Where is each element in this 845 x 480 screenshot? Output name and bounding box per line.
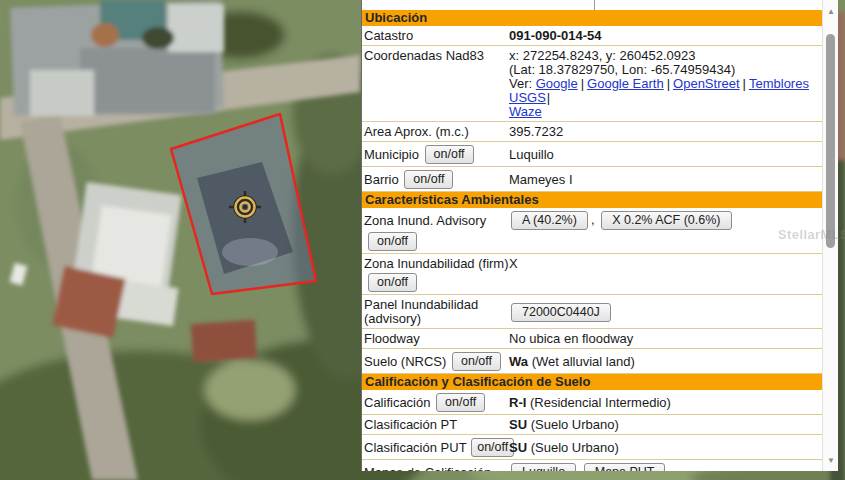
coordenadas-label: Coordenadas Nad83 <box>362 47 509 64</box>
openstreet-link[interactable]: OpenStreet <box>673 76 740 91</box>
municipio-toggle-button[interactable]: on/off <box>425 145 474 164</box>
barrio-value: Mameyes I <box>509 171 822 188</box>
municipio-value: Luquillo <box>509 146 822 163</box>
section-header-ubicacion: Ubicación <box>362 10 822 26</box>
gis-property-viewer: Ubicación Catastro 091-090-014-54 Coorde… <box>0 0 845 480</box>
flood-zone-a-button[interactable]: A (40.2%) <box>511 211 588 230</box>
property-info-panel: Ubicación Catastro 091-090-014-54 Coorde… <box>361 0 838 471</box>
comma-separator: , <box>591 212 595 227</box>
suelo-value: Wa (Wet alluvial land) <box>509 353 822 370</box>
google-earth-link[interactable]: Google Earth <box>587 76 664 91</box>
row-coordenadas: Coordenadas Nad83 x: 272254.8243, y: 260… <box>362 46 822 122</box>
area-label: Area Aprox. (m.c.) <box>362 123 509 140</box>
scroll-up-icon[interactable]: ▲ <box>823 5 838 19</box>
row-panel-inundabilidad: Panel Inundabilidad (advisory) 72000C044… <box>362 295 822 329</box>
link-separator: | <box>581 76 584 91</box>
catastro-value: 091-090-014-54 <box>509 27 822 44</box>
municipio-label-text: Municipio <box>364 147 419 162</box>
link-separator: | <box>667 76 670 91</box>
clasificacion-put-label-text: Clasificación PUT <box>364 440 467 455</box>
row-mapas-calificacion: Mapas de Calificación Luquillo Mapa PUT <box>362 460 822 471</box>
mapas-value: Luquillo Mapa PUT <box>509 461 822 471</box>
row-zona-inundabilidad-firm: Zona Inundabilidad (firm) X on/off <box>362 254 822 295</box>
row-clasificacion-put: Clasificación PUT on/off SU (Suelo Urban… <box>362 435 822 460</box>
section-header-calificacion: Calificación y Clasificación de Suelo <box>362 374 822 390</box>
mapa-put-button[interactable]: Mapa PUT <box>584 463 666 471</box>
scroll-down-icon[interactable]: ▼ <box>823 454 838 468</box>
mapa-luquillo-button[interactable]: Luquillo <box>511 463 576 471</box>
suelo-label: Suelo (NRCS) on/off <box>362 350 509 372</box>
zona-firm-label: Zona Inundabilidad (firm) <box>362 255 509 272</box>
barrio-label: Barrio on/off <box>362 168 509 190</box>
row-calificacion: Calificación on/off R-I (Residencial Int… <box>362 390 822 415</box>
area-value: 395.7232 <box>509 123 822 140</box>
clasificacion-pt-label: Clasificación PT <box>362 416 509 433</box>
row-floodway: Floodway No ubica en floodway <box>362 329 822 349</box>
clasificacion-pt-value: SU (Suelo Urbano) <box>509 416 822 433</box>
map-links-line: Ver: Google|Google Earth|OpenStreet|Temb… <box>509 77 822 119</box>
panel-inund-value: 72000C0440J <box>509 301 822 323</box>
calificacion-value: R-I (Residencial Intermedio) <box>509 394 822 411</box>
row-barrio: Barrio on/off Mameyes I <box>362 167 822 192</box>
clasificacion-put-value: SU (Suelo Urbano) <box>509 439 822 456</box>
suelo-label-text: Suelo (NRCS) <box>364 354 446 369</box>
row-catastro: Catastro 091-090-014-54 <box>362 26 822 46</box>
zona-advisory-value: A (40.2%), X 0.2% ACF (0.6%) <box>509 209 822 231</box>
floodway-value: No ubica en floodway <box>509 330 822 347</box>
calificacion-label: Calificación on/off <box>362 391 509 413</box>
floodway-label: Floodway <box>362 330 509 347</box>
clasificacion-put-label: Clasificación PUT on/off <box>362 436 509 458</box>
zona-advisory-toggle-button[interactable]: on/off <box>368 232 417 251</box>
scrolled-row-remnant <box>362 0 822 10</box>
calificacion-toggle-button[interactable]: on/off <box>436 393 485 412</box>
scrollbar-thumb[interactable] <box>826 34 835 248</box>
link-separator: | <box>547 90 550 105</box>
catastro-label: Catastro <box>362 27 509 44</box>
flood-zone-x-button[interactable]: X 0.2% ACF (0.6%) <box>601 211 731 230</box>
panel-scrollbar[interactable]: ▲ ▼ <box>822 0 838 471</box>
barrio-toggle-button[interactable]: on/off <box>404 170 453 189</box>
google-link[interactable]: Google <box>536 76 578 91</box>
calificacion-label-text: Calificación <box>364 395 430 410</box>
coordinates-latlon: (Lat: 18.37829750, Lon: -65.74959434) <box>509 63 822 77</box>
waze-link[interactable]: Waze <box>509 104 542 119</box>
flood-panel-button[interactable]: 72000C0440J <box>511 303 611 322</box>
coordenadas-value: x: 272254.8243, y: 260452.0923 (Lat: 18.… <box>509 47 822 120</box>
row-suelo-nrcs: Suelo (NRCS) on/off Wa (Wet alluvial lan… <box>362 349 822 374</box>
suelo-toggle-button[interactable]: on/off <box>452 352 501 371</box>
barrio-label-text: Barrio <box>364 172 399 187</box>
mapas-label: Mapas de Calificación <box>362 464 509 472</box>
zona-advisory-label: Zona Inund. Advisory <box>362 212 509 229</box>
ver-prefix: Ver: <box>509 76 532 91</box>
row-clasificacion-pt: Clasificación PT SU (Suelo Urbano) <box>362 415 822 435</box>
table-column-divider <box>594 0 595 10</box>
coordinates-xy: x: 272254.8243, y: 260452.0923 <box>509 49 822 63</box>
link-separator: | <box>743 76 746 91</box>
zona-firm-toggle-button[interactable]: on/off <box>368 273 417 292</box>
panel-inund-label: Panel Inundabilidad (advisory) <box>362 296 509 327</box>
property-info-content: Ubicación Catastro 091-090-014-54 Coorde… <box>362 0 822 471</box>
clasificacion-put-toggle-button[interactable]: on/off <box>471 438 514 457</box>
zona-firm-value: X <box>509 255 822 272</box>
municipio-label: Municipio on/off <box>362 143 509 165</box>
row-zona-inund-advisory: Zona Inund. Advisory A (40.2%), X 0.2% A… <box>362 208 822 254</box>
row-municipio: Municipio on/off Luquillo <box>362 142 822 167</box>
row-area: Area Aprox. (m.c.) 395.7232 <box>362 122 822 142</box>
section-header-ambientales: Características Ambientales <box>362 192 822 208</box>
